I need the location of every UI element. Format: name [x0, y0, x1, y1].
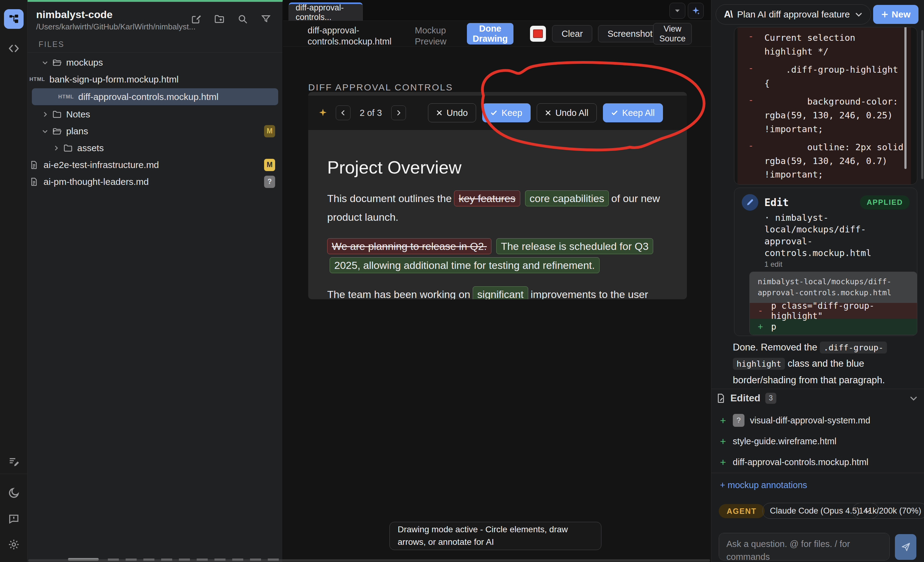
- added-text-chip[interactable]: core capabilities: [525, 191, 609, 206]
- folder-icon: [63, 143, 73, 153]
- dark-mode-rail-button[interactable]: [4, 483, 24, 503]
- tree-item-ai-e2e-test[interactable]: ai-e2e-test-infrastructure.md M: [28, 156, 282, 173]
- edited-count-badge: 3: [765, 393, 776, 404]
- screenshot-button[interactable]: Screenshot: [598, 25, 662, 42]
- code-line: Current selection highlight */: [764, 31, 906, 59]
- paragraph-1: This document outlines thekey featuresco…: [327, 189, 668, 227]
- edit-diff-box[interactable]: nimbalyst-local/mockups/diff-approval-co…: [749, 272, 917, 335]
- tree-item-label: Notes: [66, 109, 90, 120]
- undo-all-button[interactable]: Undo All: [537, 103, 597, 122]
- message-text: Done. Removed the: [733, 342, 818, 353]
- horizontal-scrollbar[interactable]: [28, 559, 710, 562]
- chat-input[interactable]: [719, 533, 890, 560]
- keep-button[interactable]: Keep: [482, 103, 531, 122]
- x-icon: [436, 110, 442, 116]
- minus-icon: -: [750, 306, 771, 316]
- tree-item-mockups[interactable]: mockups: [28, 54, 282, 71]
- keep-all-button[interactable]: Keep All: [603, 103, 663, 122]
- edited-file-row[interactable]: + diff-approval-controls.mockup.html: [720, 453, 868, 471]
- files-tree-rail-button[interactable]: [4, 9, 24, 29]
- tree-item-bank-sign-up-form[interactable]: HTML bank-sign-up-form.mockup.html: [28, 71, 282, 88]
- new-folder-icon[interactable]: [214, 14, 225, 24]
- card-top-edge: [308, 92, 687, 96]
- added-code: p: [771, 322, 776, 332]
- tree-item-label: plans: [66, 126, 88, 137]
- tree-item-plans[interactable]: plans M: [28, 123, 282, 140]
- keep-all-label: Keep All: [622, 108, 655, 118]
- chevron-down-icon[interactable]: [909, 394, 918, 403]
- done-drawing-button[interactable]: Done Drawing: [467, 23, 513, 44]
- files-section-label: FILES: [39, 40, 64, 49]
- removed-code-block: -Current selection highlight */ - .diff-…: [737, 27, 911, 185]
- check-icon: [611, 110, 618, 116]
- next-diff-button[interactable]: [391, 105, 406, 120]
- ai-sparkle-button[interactable]: [688, 3, 704, 19]
- settings-rail-button[interactable]: [4, 535, 24, 554]
- tree-item-label: ai-e2e-test-infrastructure.md: [44, 160, 159, 170]
- check-icon: [490, 110, 497, 116]
- edit-tool-card: Edit APPLIED · nimbalyst-local/mockups/d…: [734, 188, 917, 336]
- edit-target-path: · nimbalyst-local/mockups/diff-approval-…: [764, 212, 890, 259]
- feedback-rail-button[interactable]: [4, 509, 24, 529]
- dropdown-caret-icon: [674, 7, 681, 14]
- code-view-rail-button[interactable]: [4, 39, 24, 58]
- sparkle-icon: [691, 6, 700, 15]
- removed-text-chip[interactable]: key features: [454, 191, 520, 206]
- edited-file-row[interactable]: + ? visual-diff-approval-system.md: [720, 412, 870, 429]
- removed-text-chip[interactable]: We are planning to release in Q2.: [327, 238, 491, 254]
- paragraph-3: The team has been working onsignificanti…: [327, 285, 668, 299]
- drawing-color-swatch[interactable]: [530, 26, 546, 42]
- edited-section-header[interactable]: Edited 3: [716, 392, 920, 404]
- screenshot-label: Screenshot: [608, 29, 652, 39]
- paper-plane-icon: [900, 542, 911, 552]
- previous-diff-button[interactable]: [336, 105, 351, 120]
- edit-count: 1 edit: [764, 260, 910, 269]
- flow-diagram-icon: [8, 13, 20, 25]
- search-icon[interactable]: [237, 14, 248, 24]
- document-edit-icon: [716, 393, 726, 403]
- new-thread-label: New: [891, 9, 910, 20]
- agent-badge: AGENT: [719, 504, 765, 518]
- diff-removed-row: - p class="diff-group-highlight": [750, 303, 917, 319]
- mockup-annotations-link[interactable]: + mockup annotations: [720, 480, 807, 490]
- html-file-tag: HTML: [58, 94, 74, 100]
- chat-scrollbar[interactable]: [921, 30, 923, 179]
- project-path: /Users/karlwirth/GitHub/KarlWirth/nimbal…: [36, 22, 195, 32]
- edit-pencil-icon: [742, 194, 758, 210]
- filter-icon[interactable]: [260, 14, 272, 24]
- code-scrollbar[interactable]: [904, 27, 906, 169]
- send-button[interactable]: [895, 534, 916, 560]
- tab-bar: diff-approval-controls...: [283, 0, 711, 21]
- notes-rail-button[interactable]: [4, 452, 24, 472]
- chevron-down-icon: [855, 11, 863, 18]
- undo-button[interactable]: Undo: [428, 103, 476, 122]
- minus-icon: -: [737, 95, 764, 136]
- done-drawing-label: Done Drawing: [470, 24, 510, 44]
- tree-item-label: assets: [77, 143, 104, 153]
- clear-label: Clear: [562, 29, 583, 39]
- thread-selector[interactable]: A\ Plan AI diff approval feature: [716, 4, 871, 24]
- edited-file-row[interactable]: + style-guide.wireframe.html: [720, 432, 836, 450]
- document-body: Project Overview This document outlines …: [308, 130, 687, 299]
- clear-button[interactable]: Clear: [552, 25, 592, 42]
- new-thread-button[interactable]: New: [873, 5, 918, 24]
- tree-item-notes[interactable]: Notes: [28, 106, 282, 123]
- added-text-chip[interactable]: significant: [473, 286, 528, 299]
- tree-item-label: bank-sign-up-form.mockup.html: [50, 74, 178, 85]
- folder-open-icon: [52, 58, 62, 68]
- activity-rail: [0, 0, 28, 562]
- x-icon: [545, 110, 551, 116]
- tree-item-diff-approval-controls[interactable]: HTML diff-approval-controls.mockup.html: [32, 88, 278, 105]
- tree-item-assets[interactable]: assets: [28, 140, 282, 156]
- tab-diff-approval-controls[interactable]: diff-approval-controls...: [289, 3, 363, 21]
- view-source-label: View Source: [654, 24, 692, 44]
- tab-dropdown-button[interactable]: [669, 3, 686, 19]
- plus-icon: +: [720, 456, 726, 468]
- view-source-button[interactable]: View Source: [653, 23, 692, 44]
- compose-icon[interactable]: [190, 14, 202, 24]
- edit-file-path: nimbalyst-local/mockups/diff-approval-co…: [750, 272, 917, 303]
- divider: [711, 389, 924, 389]
- assistant-message: Done. Removed the .diff-group-highlight …: [733, 339, 907, 388]
- plus-icon: [881, 11, 888, 18]
- tree-item-ai-pm-thought-leaders[interactable]: ai-pm-thought-leaders.md ?: [28, 173, 282, 190]
